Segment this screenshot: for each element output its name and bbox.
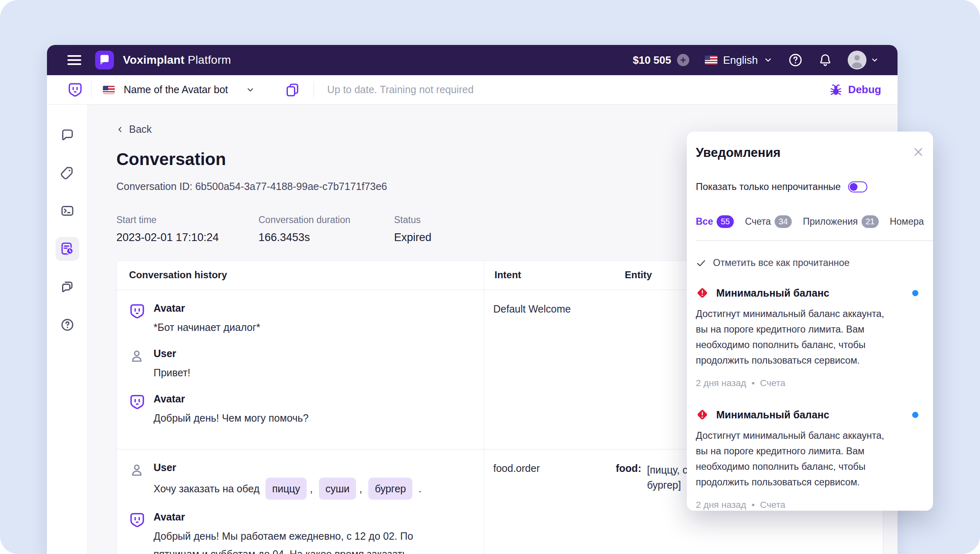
close-icon[interactable] (913, 146, 924, 159)
sentence-end: . (419, 483, 421, 494)
meta-separator: • (751, 378, 755, 389)
alert-diamond-icon (696, 286, 709, 299)
bug-icon (829, 83, 842, 96)
tab-applications[interactable]: Приложения 21 (803, 215, 879, 228)
notifications-title: Уведомления (696, 145, 781, 160)
account-menu[interactable] (848, 51, 879, 69)
meta-separator: • (751, 500, 755, 510)
message-text-with-entities: Хочу заказать на обед пиццу, суши, бурге… (154, 478, 421, 500)
message-text: *Бот начинает диалог* (154, 318, 260, 336)
help-icon[interactable] (788, 53, 803, 67)
chip-separator: , (359, 483, 362, 494)
tab-numbers[interactable]: Номера (890, 215, 924, 228)
avatar-bot-icon (129, 393, 146, 427)
chevron-down-icon (871, 56, 879, 64)
entity-chip[interactable]: пиццу (265, 478, 307, 500)
add-funds-icon[interactable] (677, 54, 689, 66)
divider (314, 81, 314, 98)
alert-diamond-icon (696, 408, 709, 421)
back-chevron-icon (116, 125, 124, 134)
avatar-bot-icon (67, 82, 83, 98)
training-status: Up to date. Training not required (327, 84, 474, 96)
sidebar-item-terminal[interactable] (56, 199, 79, 223)
stat-value: Expired (394, 231, 432, 244)
sidebar-item-dialogs[interactable] (56, 275, 79, 299)
speaker-name: User (154, 462, 421, 474)
terminal-icon (60, 204, 74, 218)
intent-value: food.order (493, 462, 540, 474)
stat-label: Conversation duration (258, 214, 394, 226)
chip-separator: , (310, 483, 313, 494)
tab-label: Все (696, 216, 713, 227)
tab-bills[interactable]: Счета 34 (745, 215, 792, 228)
unread-only-toggle[interactable] (848, 181, 867, 192)
tab-label: Номера (890, 216, 924, 227)
message-text: Добрый день! Чем могу помочь? (154, 409, 309, 427)
tab-all[interactable]: Все 55 (696, 215, 734, 228)
unread-filter-label: Показать только непрочитанные (696, 181, 841, 192)
chat-bubble-icon (60, 128, 74, 142)
entity-chip[interactable]: суши (319, 478, 356, 500)
entity-key: food: (616, 462, 641, 493)
avatar (848, 51, 866, 69)
back-label: Back (129, 123, 152, 135)
debug-label: Debug (848, 83, 881, 96)
language-label: English (723, 54, 758, 67)
notification-time: 2 дня назад (696, 500, 746, 510)
notification-tabs: Все 55 Счета 34 Приложения 21 Номера Е (696, 215, 933, 241)
message-avatar: Avatar *Бот начинает диалог* (129, 302, 468, 336)
avatar-bot-icon (129, 302, 146, 336)
copy-icon[interactable] (285, 83, 300, 97)
tag-icon (60, 166, 74, 180)
stat-value: 166.3453s (258, 231, 394, 244)
balance-amount: $10 505 (633, 54, 671, 67)
back-button[interactable]: Back (116, 123, 152, 135)
notification-title: Минимальный баланс (716, 409, 829, 421)
column-header-intent: Intent (494, 269, 521, 281)
sidebar-item-history[interactable] (56, 237, 79, 261)
notification-category: Счета (760, 378, 785, 389)
entity-chip[interactable]: бургер (368, 478, 412, 500)
stat-label: Start time (116, 214, 258, 226)
column-header-history: Conversation history (129, 269, 227, 281)
bot-select-chevron-icon[interactable] (246, 85, 255, 94)
sidebar-item-entities[interactable] (56, 161, 79, 185)
sidebar-item-help[interactable] (56, 313, 79, 337)
message-text-prefix: Хочу заказать на обед (154, 483, 259, 494)
notification-category: Счета (760, 500, 785, 510)
notification-item[interactable]: Минимальный баланс Достигнут минимальный… (696, 408, 924, 510)
unread-dot (912, 290, 918, 296)
sidebar-item-chat[interactable] (56, 123, 79, 147)
unread-dot (912, 412, 918, 418)
balance-button[interactable]: $10 505 (633, 54, 689, 67)
brand-regular: Platform (188, 54, 231, 66)
tab-label: Счета (745, 216, 771, 227)
tab-count-badge: 34 (775, 215, 792, 228)
dialogs-icon (60, 280, 74, 294)
speaker-name: Avatar (154, 511, 423, 523)
notification-body: Достигнут минимальный баланс аккаунта, в… (696, 428, 892, 490)
brand-title: Voximplant Platform (123, 54, 231, 67)
language-selector[interactable]: English (705, 54, 773, 67)
chevron-down-icon (764, 56, 773, 65)
speaker-name: User (154, 348, 190, 360)
brand-bold: Voximplant (123, 54, 185, 66)
speaker-name: Avatar (154, 393, 309, 405)
user-icon (129, 348, 146, 382)
stat-label: Status (394, 214, 432, 226)
tab-count-badge: 21 (862, 215, 879, 228)
tab-label: Приложения (803, 216, 858, 227)
notifications-panel: Уведомления Показать только непрочитанны… (687, 132, 933, 511)
bell-icon[interactable] (818, 53, 832, 67)
voximplant-logo-icon (95, 51, 114, 69)
checkmark-icon (696, 258, 706, 268)
mark-all-read-button[interactable]: Отметить все как прочитанное (696, 257, 924, 268)
notification-item[interactable]: Минимальный баланс Достигнут минимальный… (696, 286, 924, 389)
message-user: User Привет! (129, 348, 468, 382)
hamburger-menu-icon[interactable] (67, 55, 81, 65)
column-header-entity: Entity (625, 269, 652, 281)
app-header: Voximplant Platform $10 505 English (47, 45, 898, 75)
message-text: Добрый день! Мы работаем ежедневно, с 12… (154, 527, 423, 554)
debug-button[interactable]: Debug (829, 83, 881, 96)
avatar-bot-icon (129, 511, 146, 554)
